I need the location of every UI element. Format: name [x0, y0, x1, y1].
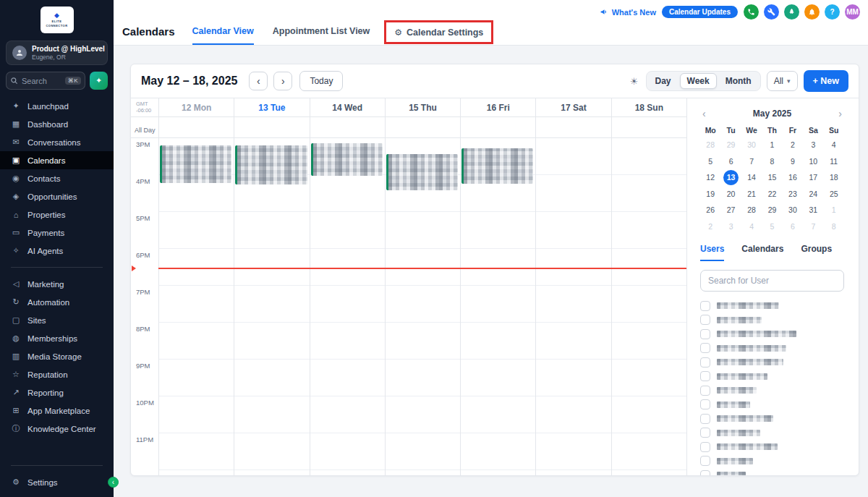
hour-cell[interactable] — [386, 360, 460, 396]
mini-calendar-day[interactable]: 24 — [803, 186, 823, 203]
new-appointment-button[interactable]: + New — [804, 70, 848, 92]
mini-calendar-day[interactable]: 29 — [720, 137, 741, 153]
day-column[interactable] — [158, 138, 234, 475]
user-checkbox[interactable] — [700, 371, 710, 381]
user-checkbox[interactable] — [700, 301, 710, 311]
hour-cell[interactable] — [386, 286, 460, 323]
prev-week-button[interactable]: ‹ — [249, 72, 268, 90]
hour-cell[interactable] — [234, 360, 309, 396]
sidebar-item-launchpad[interactable]: ✦Launchpad — [0, 97, 114, 115]
all-day-cell[interactable] — [385, 117, 460, 137]
sidebar-item-calendars[interactable]: ▣Calendars — [0, 151, 114, 169]
sidebar-item-contacts[interactable]: ◉Contacts — [0, 169, 114, 187]
calendar-event-redacted[interactable] — [311, 143, 383, 176]
rocket-icon[interactable] — [784, 4, 799, 20]
sidebar-collapse-toggle[interactable]: ‹ — [108, 477, 119, 488]
mini-calendar-day[interactable]: 4 — [741, 218, 762, 235]
hour-cell[interactable] — [461, 433, 535, 470]
all-day-cell[interactable] — [310, 117, 385, 137]
mini-calendar-day[interactable]: 18 — [824, 169, 844, 186]
mini-calendar-day[interactable]: 30 — [741, 137, 762, 153]
day-column[interactable] — [310, 138, 385, 475]
hour-cell[interactable] — [234, 323, 309, 360]
hour-cell[interactable] — [386, 396, 460, 433]
hour-cell[interactable] — [159, 212, 234, 249]
mini-calendar-day[interactable]: 13 — [720, 169, 741, 186]
day-header-17-sat[interactable]: 17 Sat — [535, 98, 610, 116]
user-checkbox[interactable] — [700, 399, 710, 409]
mini-calendar-day[interactable]: 22 — [762, 186, 782, 203]
user-list-item[interactable] — [700, 383, 844, 398]
user-checkbox[interactable] — [700, 428, 710, 438]
mini-calendar-day[interactable]: 26 — [700, 202, 720, 218]
tab-calendar-view[interactable]: Calendar View — [192, 26, 254, 45]
hour-cell[interactable] — [159, 360, 234, 396]
calendar-event-redacted[interactable] — [386, 154, 458, 190]
hour-cell[interactable] — [536, 323, 610, 360]
all-day-cell[interactable] — [158, 117, 234, 137]
day-header-13-tue[interactable]: 13 Tue — [234, 98, 309, 116]
user-list-item[interactable] — [700, 454, 844, 469]
hour-cell[interactable] — [536, 175, 610, 212]
hour-cell[interactable] — [612, 323, 686, 360]
user-checkbox[interactable] — [700, 343, 710, 353]
panel-tab-calendars[interactable]: Calendars — [741, 244, 783, 261]
sidebar-item-automation[interactable]: ↻Automation — [0, 293, 114, 311]
all-day-cell[interactable] — [234, 117, 309, 137]
phone-icon[interactable] — [744, 4, 759, 20]
mini-calendar-day[interactable]: 23 — [783, 186, 803, 203]
hour-cell[interactable] — [461, 360, 535, 396]
user-list-item[interactable] — [700, 468, 844, 475]
sidebar-item-marketing[interactable]: ◁Marketing — [0, 275, 114, 293]
user-list-item[interactable] — [700, 440, 844, 454]
mini-next-icon[interactable]: › — [836, 108, 844, 119]
sidebar-item-ai-agents[interactable]: ✧AI Agents — [0, 242, 114, 260]
user-checkbox[interactable] — [700, 386, 710, 396]
sidebar-item-dashboard[interactable]: ▦Dashboard — [0, 115, 114, 133]
calendar-updates-badge[interactable]: Calendar Updates — [662, 6, 738, 18]
sidebar-item-sites[interactable]: ▢Sites — [0, 311, 114, 329]
hour-cell[interactable] — [386, 212, 460, 249]
hour-cell[interactable] — [612, 212, 686, 249]
day-column[interactable] — [460, 138, 535, 475]
mini-calendar-day[interactable]: 27 — [720, 202, 741, 218]
mini-calendar-day[interactable]: 17 — [803, 169, 823, 186]
day-header-12-mon[interactable]: 12 Mon — [158, 98, 234, 116]
mini-calendar-day[interactable]: 12 — [700, 169, 720, 186]
user-list-item[interactable] — [700, 327, 844, 341]
sidebar-item-app-marketplace[interactable]: ⊞App Marketplace — [0, 402, 114, 420]
mini-calendar-day[interactable]: 5 — [700, 153, 720, 170]
today-button[interactable]: Today — [299, 71, 343, 91]
mini-calendar-day[interactable]: 29 — [762, 202, 782, 218]
calendar-event-redacted[interactable] — [160, 145, 231, 183]
mini-calendar-day[interactable]: 8 — [762, 153, 782, 170]
mini-calendar-day[interactable]: 9 — [783, 153, 803, 170]
mini-calendar-day[interactable]: 1 — [824, 202, 844, 218]
wrench-icon[interactable] — [764, 4, 779, 20]
sidebar-item-properties[interactable]: ⌂Properties — [0, 205, 114, 224]
hour-cell[interactable] — [159, 396, 234, 433]
mini-calendar-day[interactable]: 14 — [741, 169, 762, 186]
day-header-15-thu[interactable]: 15 Thu — [385, 98, 460, 116]
mini-prev-icon[interactable]: ‹ — [700, 108, 708, 119]
mini-calendar-day[interactable]: 6 — [783, 218, 803, 235]
sidebar-item-opportunities[interactable]: ◈Opportunities — [0, 187, 114, 205]
ai-assistant-button[interactable]: ✦ — [90, 72, 108, 90]
hour-cell[interactable] — [461, 286, 535, 323]
mini-calendar-day[interactable]: 1 — [762, 137, 782, 153]
mini-calendar-day[interactable]: 19 — [700, 186, 720, 203]
hour-cell[interactable] — [461, 396, 535, 433]
panel-tab-groups[interactable]: Groups — [801, 244, 832, 261]
calendar-filter-dropdown[interactable]: All ▾ — [767, 71, 798, 91]
hour-cell[interactable] — [536, 433, 610, 470]
sidebar-item-settings[interactable]: ⚙ Settings — [0, 473, 114, 491]
mini-calendar-day[interactable]: 2 — [783, 137, 803, 153]
user-list-item[interactable] — [700, 313, 844, 328]
sidebar-search-input[interactable]: Search ⌘K — [6, 72, 85, 90]
hour-cell[interactable] — [310, 212, 385, 249]
user-avatar[interactable]: MM — [845, 4, 860, 20]
view-month-button[interactable]: Month — [718, 73, 759, 89]
logo-box[interactable]: ◆ ELITECONNECTOR — [41, 7, 74, 33]
mini-calendar-day[interactable]: 31 — [803, 202, 823, 218]
hour-cell[interactable] — [159, 433, 234, 470]
